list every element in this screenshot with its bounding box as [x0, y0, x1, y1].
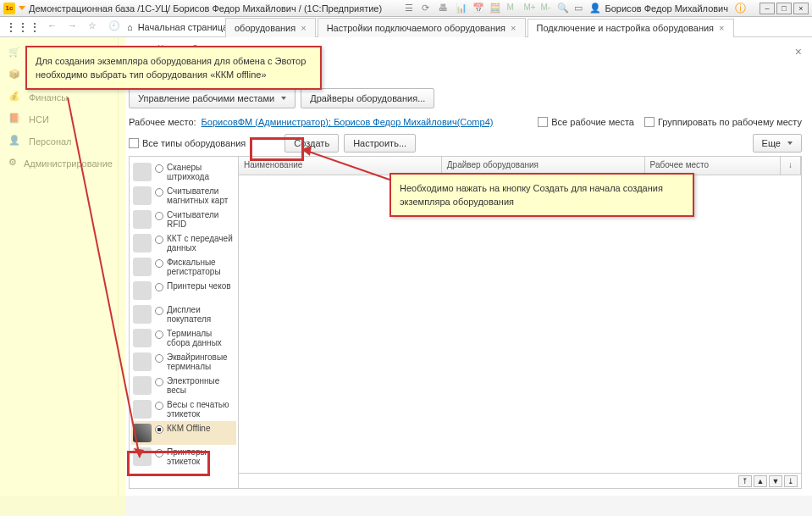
workplace-label: Рабочее место: [129, 117, 196, 127]
type-item[interactable]: Принтеры этикеток [131, 445, 236, 469]
type-item[interactable]: Принтеры чеков [131, 279, 236, 302]
type-item[interactable]: Считыватели RFID [131, 208, 236, 231]
type-icon [133, 210, 152, 229]
gear-icon: ⚙ [8, 157, 17, 170]
annotation-2: Необходимо нажать на кнопку Создать для … [389, 173, 694, 217]
grid-footer: ⤒ ▲ ▼ ⤓ [239, 473, 801, 488]
maximize-button[interactable]: □ [776, 3, 792, 14]
person-icon: 👤 [8, 135, 22, 148]
type-icon [133, 163, 152, 181]
type-item[interactable]: Дисплеи покупателя [131, 302, 236, 326]
more-button[interactable]: Еще [753, 134, 802, 153]
type-icon [133, 329, 152, 347]
type-item[interactable]: Весы с печатью этикеток [131, 397, 236, 421]
col-workplace[interactable]: Рабочее место [645, 157, 781, 175]
user-name: Борисов Федор Михайлович [605, 3, 728, 14]
main-panel: стройка оборудования × е оборудование Уп… [119, 37, 812, 496]
type-item-kkm-offline[interactable]: ККМ Offline [131, 421, 236, 445]
radio-icon[interactable] [155, 236, 163, 244]
tab-close-icon[interactable]: × [511, 23, 516, 33]
tab-0[interactable]: оборудования× [225, 18, 316, 37]
icon-2[interactable]: ⟳ [422, 3, 434, 14]
radio-icon[interactable] [155, 378, 163, 386]
coin-icon: 💰 [8, 91, 22, 104]
type-item[interactable]: Электронные весы [131, 374, 236, 397]
radio-icon[interactable] [155, 212, 163, 220]
home-tab[interactable]: ⌂ Начальная страница [119, 18, 236, 37]
grid-nav-up[interactable]: ▲ [754, 475, 767, 487]
grid-nav-first[interactable]: ⤒ [738, 475, 752, 487]
type-item[interactable]: Терминалы сбора данных [131, 326, 236, 350]
user-info[interactable]: 👤 Борисов Федор Михайлович [589, 3, 728, 14]
radio-icon[interactable] [155, 449, 163, 458]
col-sort[interactable]: ↓ [781, 157, 801, 175]
page-close-icon[interactable]: × [795, 45, 802, 58]
calc-icon[interactable]: 🧮 [489, 3, 501, 14]
app-logo: 1c [3, 3, 15, 14]
tab-2[interactable]: Подключение и настройка оборудования× [528, 19, 734, 38]
radio-icon[interactable] [155, 425, 163, 434]
radio-icon[interactable] [155, 283, 163, 291]
drivers-button[interactable]: Драйверы оборудования... [301, 88, 434, 108]
grid-nav-down[interactable]: ▼ [769, 475, 782, 487]
app-menu-dropdown-icon[interactable] [19, 6, 25, 10]
nav-sidebar: 🛒Продажи 📦Склад 💰Финансы 📕НСИ 👤Персонал … [0, 37, 119, 496]
col-name[interactable]: Наименование [239, 157, 442, 175]
setup-button[interactable]: Настроить... [344, 134, 416, 153]
type-icon [133, 186, 152, 205]
titlebar-icons: ☰ ⟳ 🖶 📊 📅 🧮 M M+ M- 🔍 ▭ [405, 3, 586, 14]
type-icon [133, 281, 152, 300]
type-icon [133, 234, 152, 252]
type-icon [133, 352, 152, 371]
minimize-button[interactable]: – [760, 3, 775, 14]
panels-icon[interactable]: ▭ [574, 3, 586, 14]
tab-1[interactable]: Настройки подключаемого оборудования× [318, 18, 526, 37]
radio-icon[interactable] [155, 188, 163, 197]
type-icon [133, 258, 152, 276]
m-plus-icon[interactable]: M+ [523, 3, 535, 14]
book-icon: 📕 [8, 113, 22, 126]
radio-icon[interactable] [155, 259, 163, 268]
nav-nsi[interactable]: 📕НСИ [0, 108, 118, 130]
all-workplaces-checkbox[interactable]: Все рабочие места [538, 117, 634, 127]
tab-close-icon[interactable]: × [719, 23, 724, 33]
nav-admin[interactable]: ⚙Администрирование [0, 153, 118, 175]
equipment-type-list[interactable]: Сканеры штрихкода Считыватели магнитных … [129, 156, 239, 489]
tab-close-icon[interactable]: × [301, 23, 306, 33]
type-item[interactable]: Фискальные регистраторы [131, 255, 236, 279]
radio-icon[interactable] [155, 402, 163, 410]
type-icon [133, 447, 152, 466]
cart-icon: 🛒 [8, 47, 22, 60]
close-window-button[interactable]: × [793, 3, 809, 14]
workplace-link[interactable]: БорисовФМ (Администратор); Борисов Федор… [202, 117, 494, 127]
radio-icon[interactable] [155, 164, 163, 173]
info-icon[interactable]: ⓘ [735, 1, 746, 16]
type-item[interactable]: ККТ с передачей данных [131, 231, 236, 255]
create-button[interactable]: Создать [284, 134, 339, 153]
calendar-icon[interactable]: 📅 [472, 3, 484, 14]
type-icon [133, 376, 152, 395]
radio-icon[interactable] [155, 330, 163, 339]
icon-1[interactable]: ☰ [405, 3, 417, 14]
radio-icon[interactable] [155, 354, 163, 363]
type-item[interactable]: Сканеры штрихкода [131, 160, 236, 184]
type-item[interactable]: Считыватели магнитных карт [131, 184, 236, 208]
type-icon [133, 305, 152, 324]
type-item[interactable]: Эквайринговые терминалы [131, 350, 236, 374]
tab-bar: ⌂ Начальная страница оборудования× Настр… [0, 17, 812, 37]
all-types-checkbox[interactable]: Все типы оборудования [129, 138, 246, 148]
print-icon[interactable]: 🖶 [439, 3, 450, 14]
window-titlebar: 1c Демонстрационная база /1С-УЦ/ Борисов… [0, 0, 812, 17]
workplaces-button[interactable]: Управление рабочими местами [129, 88, 296, 108]
type-icon [133, 400, 152, 419]
m-minus-icon[interactable]: M- [540, 3, 552, 14]
nav-personnel[interactable]: 👤Персонал [0, 130, 118, 153]
m-icon[interactable]: M [506, 3, 518, 14]
icon-4[interactable]: 📊 [456, 3, 467, 14]
grid-body[interactable] [239, 175, 801, 473]
grid-nav-last[interactable]: ⤓ [784, 475, 798, 487]
col-driver[interactable]: Драйвер оборудования [442, 157, 645, 175]
radio-icon[interactable] [155, 307, 163, 315]
search-icon[interactable]: 🔍 [557, 3, 569, 14]
group-by-workplace-checkbox[interactable]: Группировать по рабочему месту [644, 117, 802, 127]
